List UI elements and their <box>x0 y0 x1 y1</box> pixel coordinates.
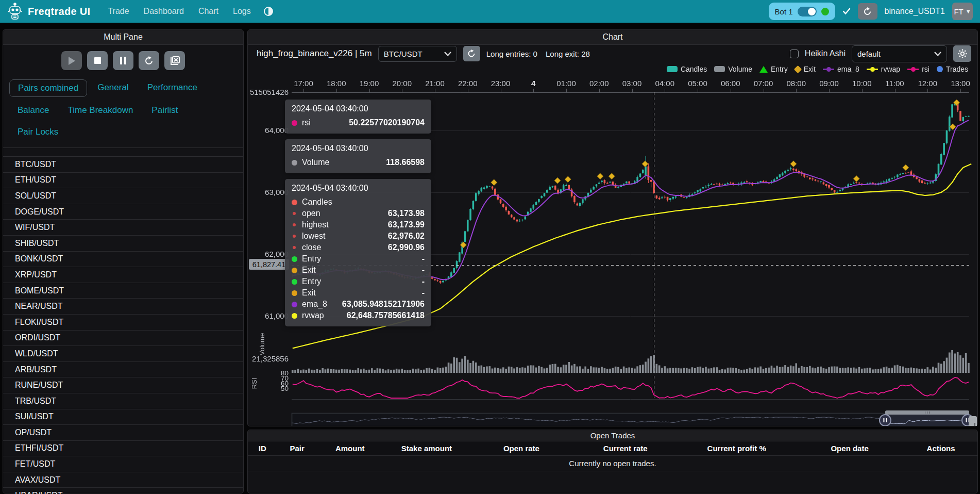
column-header-pair[interactable]: Pair <box>277 444 317 453</box>
pair-list-item[interactable]: SUI/USDT <box>3 409 243 425</box>
pair-list-item[interactable]: ORDI/USDT <box>3 331 243 347</box>
pair-list-item[interactable]: ARB/USDT <box>3 362 243 378</box>
tooltip-rvwap-value: 62,648.75785661418 <box>347 311 425 320</box>
avatar-initials: FT <box>954 7 963 16</box>
pair-list-item[interactable]: WLD/USDT <box>3 346 243 362</box>
legend-item-entry[interactable]: Entry <box>759 65 788 73</box>
column-header-amount[interactable]: Amount <box>317 444 383 453</box>
pair-list-item[interactable]: OP/USDT <box>3 425 243 441</box>
pair-list-item[interactable]: BONK/USDT <box>3 252 243 268</box>
legend-item-candles[interactable]: Candles <box>667 65 707 73</box>
nav-link-chart[interactable]: Chart <box>198 7 218 16</box>
pause-bot-button[interactable] <box>113 51 133 70</box>
volume-axis-top-tick: 515051426 <box>248 88 289 96</box>
volume-dot-icon <box>292 160 297 166</box>
forceexit-close-button[interactable] <box>164 51 185 70</box>
pair-label: FLOKI/USDT <box>15 318 63 327</box>
pair-list-item[interactable]: BOME/USDT <box>3 283 243 299</box>
pair-list-item[interactable]: XRP/USDT <box>3 267 243 283</box>
column-header-stake-amount[interactable]: Stake amount <box>383 444 470 453</box>
legend-label: Entry <box>771 65 788 73</box>
legend-item-ema_8[interactable]: ema_8 <box>823 65 859 73</box>
legend-item-rsi[interactable]: rsi <box>907 65 930 73</box>
tab-time-breakdown[interactable]: Time Breakdown <box>59 102 141 119</box>
tab-general[interactable]: General <box>89 79 137 97</box>
pair-list-item[interactable]: ETH/USDT <box>3 173 243 189</box>
legend-item-volume[interactable]: Volume <box>714 65 752 73</box>
legend-item-exit[interactable]: Exit <box>795 65 816 73</box>
bot-online-toggle[interactable] <box>798 7 817 17</box>
datazoom-left-handle[interactable] <box>880 415 891 426</box>
volume-axis-tick: 21,325856 <box>248 354 289 363</box>
user-avatar[interactable]: FT ▼ <box>952 3 973 20</box>
pair-label: ETH/USDT <box>15 175 56 185</box>
tooltip-lowest-label: lowest <box>302 232 325 241</box>
rvwap-line-icon <box>867 67 878 72</box>
navbar-right: Bot 1 binance_USDT1 FT ▼ <box>769 3 973 20</box>
lowest-bullet-icon <box>293 235 296 238</box>
pair-list-item[interactable]: FLOKI/USDT <box>3 315 243 331</box>
brand[interactable]: Freqtrade UI <box>7 3 90 20</box>
pair-list-item[interactable]: FET/USDT <box>3 456 243 472</box>
chart-tooltip: 2024-05-04 03:40:00 rsi 50.2257702019070… <box>285 100 431 332</box>
column-header-current-rate[interactable]: Current rate <box>572 444 678 453</box>
pair-list-item[interactable]: SOL/USDT <box>3 188 243 204</box>
nav-link-dashboard[interactable]: Dashboard <box>144 7 184 16</box>
chart-panel: Chart high_frog_binance_v226 | 5m BTC/US… <box>247 29 978 426</box>
tab-performance[interactable]: Performance <box>139 79 206 97</box>
column-header-open-rate[interactable]: Open rate <box>470 444 572 453</box>
column-header-open-date[interactable]: Open date <box>795 444 904 453</box>
legend-item-trades[interactable]: Trades <box>937 65 968 73</box>
pair-list-item[interactable]: WIF/USDT <box>3 220 243 236</box>
pair-list-item[interactable]: TRB/USDT <box>3 393 243 409</box>
pair-list-item[interactable]: SHIB/USDT <box>3 236 243 252</box>
tooltip-entry-label: Entry <box>302 254 321 264</box>
bot-label: Bot 1 <box>775 7 793 16</box>
stop-bot-button[interactable] <box>87 51 108 70</box>
tab-pairlist[interactable]: Pairlist <box>143 102 186 119</box>
pair-label: WLD/USDT <box>15 349 58 358</box>
open-bullet-icon <box>293 212 296 215</box>
start-bot-button[interactable] <box>61 51 82 70</box>
pair-list-item[interactable]: AVAX/USDT <box>3 472 243 488</box>
rsi-dot-icon <box>292 120 297 126</box>
highest-bullet-icon <box>293 223 296 226</box>
pair-list-item[interactable]: NEAR/USDT <box>3 299 243 315</box>
datazoom-selection[interactable] <box>885 410 969 428</box>
tab-balance[interactable]: Balance <box>9 102 57 119</box>
close-bullet-icon <box>293 246 296 249</box>
bot-selector[interactable]: Bot 1 <box>769 3 835 20</box>
time-tick: 04:00 <box>650 79 679 88</box>
pair-label: FET/USDT <box>15 459 55 469</box>
nav-link-trade[interactable]: Trade <box>108 7 129 16</box>
column-header-id[interactable]: ID <box>248 444 277 453</box>
pair-list-item[interactable]: HBAR/USDT <box>3 488 243 494</box>
theme-toggle-icon[interactable] <box>263 6 274 17</box>
time-tick: 23:00 <box>486 79 515 88</box>
pair-label: HBAR/USDT <box>15 491 62 494</box>
reload-bot-button[interactable] <box>858 3 877 20</box>
tooltip-rvwap-label: rvwap <box>302 311 324 320</box>
nav-link-logs[interactable]: Logs <box>233 7 251 16</box>
pair-label: SUI/USDT <box>15 412 54 421</box>
legend-item-rvwap[interactable]: rvwap <box>867 65 900 73</box>
pair-list-item[interactable]: BTC/USDT <box>3 157 243 173</box>
datazoom-right-handle[interactable] <box>962 415 973 426</box>
pair-label: ARB/USDT <box>15 365 57 374</box>
reload-config-button[interactable] <box>139 51 159 70</box>
pair-label: RUNE/USDT <box>15 381 63 390</box>
column-header-actions[interactable]: Actions <box>904 444 977 453</box>
legend-label: Trades <box>946 65 968 73</box>
tab-pairs-combined[interactable]: Pairs combined <box>9 79 87 97</box>
time-tick: 18:00 <box>322 79 351 88</box>
pair-label: NEAR/USDT <box>15 302 62 311</box>
tooltip-volume-section: 2024-05-04 03:40:00 Volume 118.66598 <box>285 139 431 173</box>
tooltip-open-label: open <box>302 209 320 218</box>
pair-list-item[interactable]: ETHFI/USDT <box>3 441 243 457</box>
tab-pair-locks[interactable]: Pair Locks <box>9 124 66 140</box>
datazoom-track[interactable] <box>292 413 885 427</box>
pair-list-item[interactable]: DOGE/USDT <box>3 204 243 220</box>
column-header-current-profit-%[interactable]: Current profit % <box>678 444 795 453</box>
tooltip-highest-value: 63,173.99 <box>388 220 425 229</box>
pair-list-item[interactable]: RUNE/USDT <box>3 377 243 393</box>
